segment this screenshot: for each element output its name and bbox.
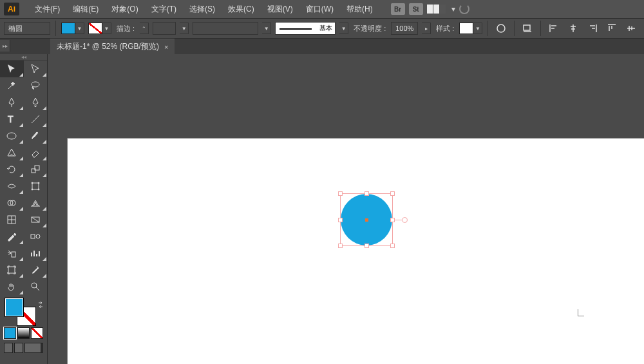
variable-width-profile[interactable] — [193, 22, 258, 35]
recolor-artwork-button[interactable] — [493, 21, 509, 35]
chevron-down-icon[interactable]: ▼ — [102, 23, 111, 34]
svg-rect-18 — [12, 252, 15, 257]
svg-point-10 — [32, 189, 33, 190]
chevron-down-icon[interactable]: ▼ — [262, 23, 271, 34]
menu-file[interactable]: 文件(F) — [28, 1, 66, 17]
align-left-button[interactable] — [546, 21, 562, 35]
toolbox-collapse-handle[interactable]: ◂◂ — [0, 54, 47, 61]
chevron-down-icon[interactable]: ▼ — [473, 23, 482, 34]
resize-handle-br[interactable] — [390, 244, 395, 248]
menu-type[interactable]: 文字(T) — [145, 1, 183, 17]
workspace-switcher[interactable] — [427, 5, 446, 14]
menu-help[interactable]: 帮助(H) — [340, 1, 379, 17]
chevron-down-icon[interactable]: ▼ — [75, 23, 84, 34]
svg-rect-16 — [31, 235, 35, 238]
slice-tool[interactable] — [24, 262, 48, 278]
selection-tool[interactable] — [0, 61, 24, 77]
ellipse-tool[interactable] — [0, 128, 24, 144]
fill-swatch[interactable]: ▼ — [61, 23, 84, 34]
color-mode-button[interactable] — [4, 327, 16, 339]
align-right-button[interactable] — [585, 21, 600, 35]
shape-builder-tool[interactable] — [0, 195, 24, 211]
brush-definition[interactable]: 基本 — [275, 22, 336, 35]
close-tab-button[interactable]: × — [164, 43, 168, 51]
direct-selection-tool[interactable] — [24, 61, 48, 77]
free-transform-tool[interactable] — [24, 178, 48, 195]
ruler-origin-mark — [578, 316, 584, 316]
menu-window[interactable]: 窗口(W) — [299, 1, 340, 17]
sync-icon[interactable] — [459, 4, 469, 14]
swap-fill-stroke-icon[interactable] — [37, 299, 44, 305]
workspace-arrow-icon[interactable]: ▾ — [451, 5, 455, 14]
pie-widget-handle[interactable] — [402, 217, 408, 223]
menu-edit[interactable]: 编辑(E) — [66, 1, 105, 17]
stroke-swatch[interactable]: ▼ — [88, 23, 111, 34]
hand-tool[interactable] — [0, 278, 24, 295]
line-segment-tool[interactable] — [24, 111, 48, 128]
stroke-weight-stepper[interactable]: ⌃ — [140, 23, 149, 34]
symbol-sprayer-tool[interactable] — [0, 245, 24, 262]
menu-object[interactable]: 对象(O) — [105, 1, 144, 17]
align-center-v-button[interactable] — [623, 21, 639, 35]
resize-handle-tm[interactable] — [365, 191, 369, 196]
chevron-down-icon[interactable]: ▼ — [339, 23, 348, 34]
eraser-tool[interactable] — [24, 144, 48, 161]
menu-select[interactable]: 选择(S) — [183, 1, 222, 17]
artboard[interactable] — [67, 138, 644, 364]
resize-handle-bm[interactable] — [365, 244, 369, 248]
paintbrush-tool[interactable] — [24, 128, 48, 144]
svg-rect-7 — [32, 183, 39, 189]
ruler-origin-mark — [578, 309, 578, 316]
scale-tool[interactable] — [24, 161, 48, 178]
svg-text:T: T — [8, 114, 14, 124]
menu-view[interactable]: 视图(V) — [261, 1, 299, 17]
type-tool[interactable]: T — [0, 111, 24, 128]
gradient-tool[interactable] — [24, 211, 48, 228]
blend-tool[interactable] — [24, 228, 48, 245]
draw-normal-button[interactable] — [4, 343, 13, 353]
eyedropper-tool[interactable] — [0, 228, 24, 245]
none-mode-button[interactable] — [31, 327, 43, 339]
resize-handle-tl[interactable] — [338, 191, 343, 196]
curvature-tool[interactable] — [24, 94, 48, 111]
menu-effect[interactable]: 效果(C) — [222, 1, 261, 17]
chevron-down-icon[interactable]: ▼ — [180, 23, 189, 34]
opacity-input[interactable]: 100% — [391, 22, 418, 35]
draw-behind-button[interactable] — [14, 343, 23, 353]
fill-box-icon[interactable] — [5, 298, 24, 317]
artboard-tool[interactable] — [0, 262, 24, 278]
magic-wand-tool[interactable] — [0, 77, 24, 94]
rotate-tool[interactable] — [0, 161, 24, 178]
color-mode-row — [0, 327, 47, 339]
chevron-right-icon[interactable]: ▸ — [422, 23, 431, 34]
align-to-button[interactable] — [520, 21, 535, 35]
align-top-button[interactable] — [604, 21, 620, 35]
selection-bounding-box[interactable] — [338, 191, 395, 248]
pen-tool[interactable] — [0, 94, 24, 111]
resize-handle-tr[interactable] — [390, 191, 395, 196]
document-tab[interactable]: 未标题-1* @ 52% (RGB/预览) × — [50, 39, 175, 54]
column-graph-tool[interactable] — [24, 245, 48, 262]
stroke-weight-input[interactable] — [153, 22, 176, 35]
resize-handle-mr[interactable] — [390, 218, 395, 222]
fill-stroke-swatch[interactable] — [0, 296, 47, 325]
stock-button[interactable]: St — [409, 3, 423, 15]
panel-expand-handle[interactable]: ▸▸ — [0, 40, 10, 52]
lasso-tool[interactable] — [24, 77, 48, 94]
gradient-mode-button[interactable] — [17, 327, 30, 339]
center-point-icon — [365, 218, 368, 222]
align-center-h-button[interactable] — [565, 21, 581, 35]
app-logo: Ai — [4, 3, 19, 15]
graphic-style[interactable]: ▼ — [459, 23, 482, 34]
perspective-grid-tool[interactable] — [24, 195, 48, 211]
resize-handle-bl[interactable] — [338, 244, 343, 248]
resize-handle-ml[interactable] — [338, 218, 343, 222]
svg-point-4 — [7, 133, 16, 139]
shaper-tool[interactable] — [0, 144, 24, 161]
canvas-area[interactable] — [48, 54, 644, 364]
mesh-tool[interactable] — [0, 211, 24, 228]
draw-inside-button[interactable] — [24, 343, 43, 353]
zoom-tool[interactable] — [24, 278, 48, 295]
bridge-button[interactable]: Br — [391, 3, 405, 15]
width-tool[interactable] — [0, 178, 24, 195]
